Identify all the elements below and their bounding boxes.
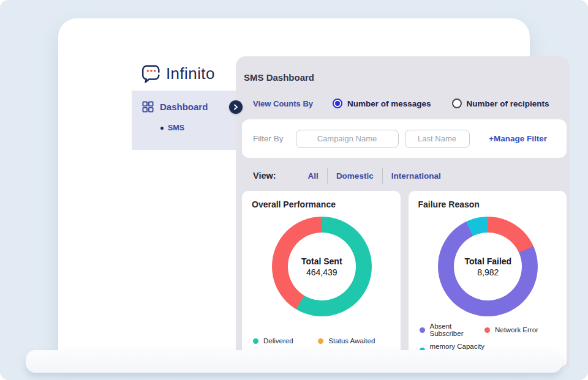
tab-all[interactable]: All	[300, 171, 327, 181]
manage-filter-link[interactable]: +Manage Filter	[489, 134, 547, 143]
sidebar: Infinito Dashboard	[132, 56, 236, 367]
laptop-base	[26, 350, 562, 373]
chart-center-label: Total Sent 464,439	[272, 217, 372, 316]
page-background: Infinito Dashboard	[0, 0, 588, 380]
radio-unselected-icon[interactable]	[452, 99, 462, 108]
legend-label: Absent Subscriber	[430, 322, 484, 337]
legend-item: Status Awaited	[318, 337, 391, 345]
campaign-name-input[interactable]	[296, 130, 399, 148]
failure-reason-card: Failure Reason Total Failed 8,982 Absent…	[409, 191, 567, 367]
filter-card: Filter By +Manage Filter	[242, 119, 567, 158]
legend-dot-icon	[420, 327, 425, 333]
radio-number-of-messages[interactable]: Number of messages	[333, 99, 431, 108]
overall-performance-card: Overall Performance Total Sent 464,439 D…	[242, 191, 401, 367]
chat-bubble-icon	[140, 62, 163, 84]
chart-title: Failure Reason	[418, 199, 559, 209]
view-label: View:	[253, 171, 276, 181]
view-counts-label: View Counts By	[253, 99, 313, 108]
radio-selected-icon[interactable]	[333, 99, 342, 108]
tab-domestic[interactable]: Domestic	[328, 171, 382, 181]
sidebar-item-sms[interactable]: SMS	[132, 124, 236, 132]
charts-row: Overall Performance Total Sent 464,439 D…	[242, 191, 567, 367]
app-window: Infinito Dashboard	[132, 56, 570, 367]
failure-reason-chart: Total Failed 8,982	[438, 217, 538, 316]
chart-center-label: Total Failed 8,982	[438, 217, 538, 316]
sidebar-item-dashboard[interactable]: Dashboard	[132, 101, 236, 113]
legend-item: Network Error	[484, 322, 558, 337]
sidebar-item-label: Dashboard	[160, 102, 208, 112]
overall-performance-chart: Total Sent 464,439	[272, 217, 372, 316]
laptop-screen: Infinito Dashboard	[58, 18, 530, 352]
legend-dot-icon	[318, 338, 323, 344]
legend-label: Delivered	[263, 337, 293, 345]
view-tabs-row: View: All Domestic International	[236, 167, 570, 184]
sidebar-subitem-label: SMS	[168, 124, 184, 132]
chevron-right-icon	[233, 104, 239, 110]
legend-item: Delivered	[253, 337, 318, 345]
brand-logo: Infinito	[132, 56, 236, 91]
filter-by-label: Filter By	[253, 134, 284, 143]
radio-label: Number of recipients	[467, 99, 549, 108]
legend-dot-icon	[484, 327, 490, 333]
main-panel: SMS Dashboard View Counts By Number of m…	[236, 56, 570, 367]
legend-label: Network Error	[495, 326, 538, 333]
legend-item: Absent Subscriber	[420, 322, 484, 337]
tab-international[interactable]: International	[383, 171, 450, 181]
chart-title: Overall Performance	[252, 199, 392, 209]
legend-label: Status Awaited	[328, 337, 375, 345]
brand-name: Infinito	[166, 64, 215, 83]
bullet-icon	[160, 127, 164, 130]
legend-dot-icon	[253, 338, 258, 344]
dashboard-grid-icon	[142, 101, 154, 113]
page-title: SMS Dashboard	[236, 56, 570, 83]
view-counts-row: View Counts By Number of messages Number…	[236, 98, 570, 109]
sidebar-active-section: Dashboard SMS	[132, 91, 236, 150]
radio-label: Number of messages	[347, 99, 431, 108]
sidebar-expand-button[interactable]	[229, 100, 243, 114]
radio-number-of-recipients[interactable]: Number of recipients	[452, 99, 549, 108]
last-name-input[interactable]	[405, 130, 470, 148]
